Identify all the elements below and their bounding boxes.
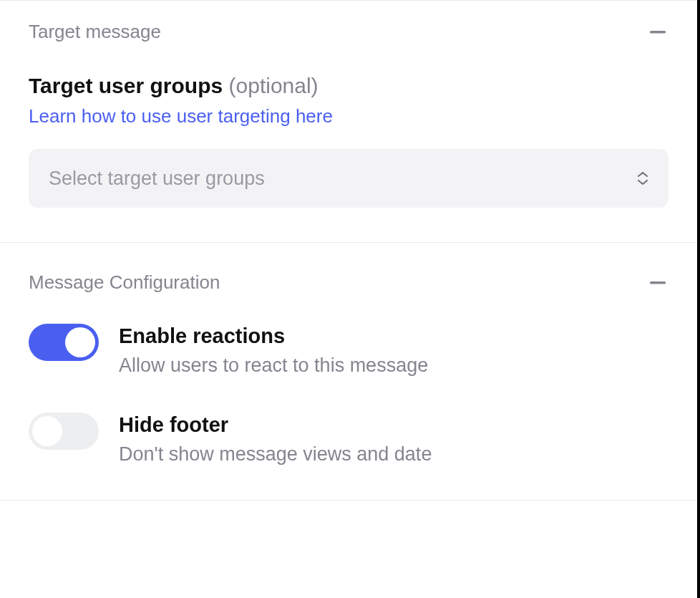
svg-rect-1 xyxy=(650,281,666,284)
enable-reactions-toggle[interactable] xyxy=(29,324,99,361)
chevron-up-down-icon xyxy=(637,172,648,185)
svg-rect-0 xyxy=(650,31,666,34)
target-message-title: Target message xyxy=(29,21,161,43)
target-user-groups-label-row: Target user groups (optional) xyxy=(29,72,669,100)
target-message-header: Target message xyxy=(29,21,669,43)
settings-panel: Target message Target user groups (optio… xyxy=(0,0,697,501)
target-user-groups-label-suffix: (optional) xyxy=(229,74,319,97)
target-user-groups-label: Target user groups xyxy=(29,74,223,97)
hide-footer-label: Hide footer xyxy=(119,411,669,439)
message-configuration-title: Message Configuration xyxy=(29,271,220,294)
enable-reactions-label: Enable reactions xyxy=(119,322,669,350)
target-user-groups-select[interactable]: Select target user groups xyxy=(29,149,669,208)
hide-footer-text: Hide footer Don't show message views and… xyxy=(119,411,669,466)
user-targeting-help-link[interactable]: Learn how to use user targeting here xyxy=(29,105,333,127)
collapse-icon[interactable] xyxy=(647,276,669,290)
enable-reactions-text: Enable reactions Allow users to react to… xyxy=(119,322,669,377)
hide-footer-description: Don't show message views and date xyxy=(119,443,669,466)
toggle-knob xyxy=(32,416,62,446)
enable-reactions-row: Enable reactions Allow users to react to… xyxy=(29,322,669,377)
message-configuration-section: Message Configuration Enable reactions A… xyxy=(0,243,697,500)
toggle-knob xyxy=(65,327,95,357)
target-message-section: Target message Target user groups (optio… xyxy=(0,1,697,243)
config-list: Enable reactions Allow users to react to… xyxy=(29,322,669,466)
hide-footer-toggle[interactable] xyxy=(29,413,99,450)
message-configuration-header: Message Configuration xyxy=(29,271,669,294)
target-user-groups-select-placeholder: Select target user groups xyxy=(49,168,265,190)
enable-reactions-description: Allow users to react to this message xyxy=(119,355,669,377)
collapse-icon[interactable] xyxy=(647,25,669,39)
hide-footer-row: Hide footer Don't show message views and… xyxy=(29,411,669,466)
